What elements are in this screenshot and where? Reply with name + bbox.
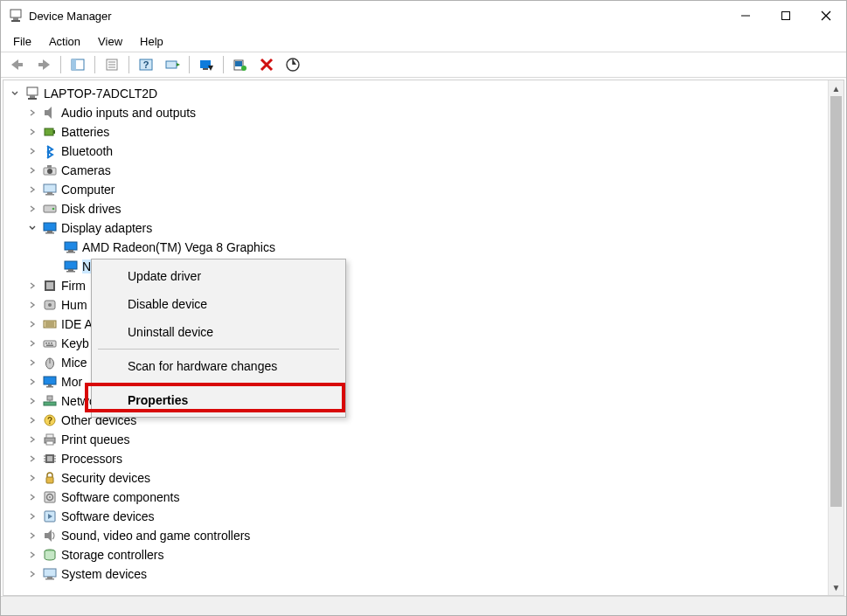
svg-rect-25 <box>235 61 242 66</box>
scroll-track[interactable] <box>829 96 844 579</box>
expand-icon[interactable] <box>28 493 42 502</box>
svg-rect-67 <box>46 345 53 347</box>
svg-rect-49 <box>65 242 77 250</box>
minimize-button[interactable] <box>726 1 766 31</box>
tree-device[interactable]: AMD Radeon(TM) Vega 8 Graphics <box>7 238 828 257</box>
expand-icon[interactable] <box>28 358 42 367</box>
svg-rect-89 <box>46 477 53 483</box>
expand-icon[interactable] <box>28 128 42 136</box>
tree-category[interactable]: Display adapters <box>7 218 828 238</box>
tree-category[interactable]: Cameras <box>7 161 828 180</box>
expand-icon[interactable] <box>28 108 42 117</box>
help-button[interactable]: ? <box>134 53 158 76</box>
expand-icon[interactable] <box>28 166 42 175</box>
menu-file[interactable]: File <box>4 32 40 51</box>
tree-category[interactable]: Software components <box>7 488 828 507</box>
tree-category[interactable]: Batteries <box>7 122 828 142</box>
menu-help[interactable]: Help <box>131 32 172 51</box>
tree-category[interactable]: Security devices <box>7 468 828 488</box>
expand-icon[interactable] <box>28 397 42 405</box>
collapse-icon[interactable] <box>28 224 42 232</box>
display-icon <box>63 259 79 274</box>
computer-icon <box>42 182 58 197</box>
tree-category[interactable]: Storage controllers <box>7 545 828 564</box>
tree-category[interactable]: Bluetooth <box>7 142 828 161</box>
collapse-icon[interactable] <box>10 89 24 98</box>
tree-category[interactable]: Computer <box>7 180 828 199</box>
tree-category[interactable]: Audio inputs and outputs <box>7 103 828 122</box>
properties-button[interactable] <box>100 53 124 76</box>
menu-view[interactable]: View <box>89 32 131 51</box>
svg-rect-48 <box>45 232 54 234</box>
svg-rect-71 <box>48 384 52 386</box>
expand-icon[interactable] <box>28 377 42 386</box>
tree-category-label: Computer <box>61 183 121 197</box>
svg-rect-33 <box>30 95 35 98</box>
tree-category-label: Audio inputs and outputs <box>61 106 203 120</box>
svg-rect-82 <box>47 456 52 461</box>
tree-category-label: Display adapters <box>61 221 159 235</box>
tree-category[interactable]: Print queues <box>7 430 828 449</box>
expand-icon[interactable] <box>28 281 42 290</box>
tree-root[interactable]: LAPTOP-7ADCLT2D <box>7 84 828 103</box>
expand-icon[interactable] <box>28 531 42 540</box>
scroll-thumb[interactable] <box>830 96 842 507</box>
tree-category[interactable]: Software devices <box>7 507 828 526</box>
svg-rect-12 <box>72 59 76 70</box>
context-menu-item[interactable]: Disable device <box>94 290 343 318</box>
scroll-up-icon[interactable]: ▲ <box>829 80 844 96</box>
device-tree[interactable]: LAPTOP-7ADCLT2D Audio inputs and outputs… <box>3 80 828 595</box>
context-menu-item[interactable]: Uninstall device <box>94 318 343 346</box>
expand-icon[interactable] <box>28 416 42 425</box>
tree-category[interactable]: Disk drives <box>7 199 828 218</box>
expand-icon[interactable] <box>28 570 42 578</box>
context-menu-item[interactable]: Scan for hardware changes <box>94 352 343 380</box>
context-menu-item[interactable]: Properties <box>94 386 343 414</box>
expand-icon[interactable] <box>28 204 42 213</box>
expand-icon[interactable] <box>28 550 42 559</box>
expand-icon[interactable] <box>28 185 42 194</box>
expand-icon[interactable] <box>28 301 42 309</box>
titlebar: Device Manager <box>1 1 846 31</box>
svg-rect-66 <box>51 343 52 344</box>
show-hide-console-tree-button[interactable] <box>66 53 90 76</box>
expand-icon[interactable] <box>28 512 42 521</box>
expand-icon[interactable] <box>28 474 42 482</box>
svg-rect-41 <box>44 184 56 192</box>
svg-point-45 <box>52 208 55 211</box>
svg-rect-42 <box>47 192 52 194</box>
scroll-down-icon[interactable]: ▼ <box>829 579 844 595</box>
tree-category[interactable]: System devices <box>7 564 828 584</box>
forward-button[interactable] <box>31 53 56 76</box>
tree-category-label: Software devices <box>61 509 162 523</box>
svg-rect-72 <box>46 386 53 388</box>
svg-rect-36 <box>45 128 53 135</box>
context-menu-item-label: Update driver <box>128 269 201 283</box>
svg-rect-50 <box>68 250 73 252</box>
update-driver-button[interactable] <box>160 53 184 76</box>
close-button[interactable] <box>806 1 846 31</box>
uninstall-device-button[interactable] <box>254 53 279 76</box>
menu-action[interactable]: Action <box>40 32 89 51</box>
svg-rect-56 <box>46 282 53 289</box>
expand-icon[interactable] <box>28 147 42 156</box>
scan-hardware-button[interactable] <box>228 53 253 76</box>
tree-category[interactable]: Sound, video and game controllers <box>7 526 828 545</box>
svg-rect-40 <box>47 165 52 168</box>
enable-device-button[interactable] <box>281 53 305 76</box>
expand-icon[interactable] <box>28 435 42 444</box>
svg-rect-99 <box>45 578 54 580</box>
back-button[interactable] <box>5 53 30 76</box>
context-menu-item[interactable]: Update driver <box>94 262 343 290</box>
expand-icon[interactable] <box>28 320 42 329</box>
expand-icon[interactable] <box>28 339 42 348</box>
tree-category[interactable]: Processors <box>7 449 828 468</box>
disable-device-button[interactable] <box>194 53 219 76</box>
cpu-icon <box>42 451 58 467</box>
expand-icon[interactable] <box>28 454 42 463</box>
scrollbar[interactable]: ▲ ▼ <box>828 80 844 595</box>
maximize-button[interactable] <box>766 1 806 31</box>
display-icon <box>42 220 58 236</box>
window-title: Device Manager <box>29 10 112 23</box>
svg-marker-95 <box>45 529 52 542</box>
